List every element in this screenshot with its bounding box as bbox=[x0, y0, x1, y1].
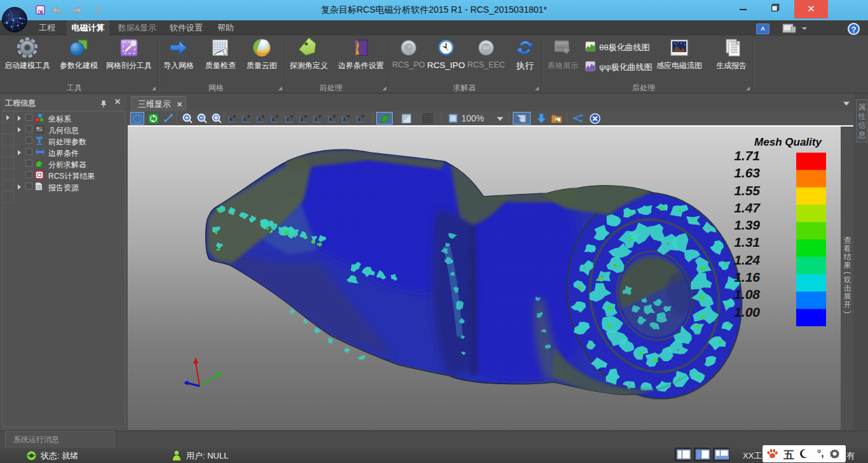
svg-text:z: z bbox=[315, 116, 317, 122]
svg-text:z: z bbox=[243, 116, 246, 122]
svg-text:x: x bbox=[258, 116, 261, 122]
svg-text:x: x bbox=[276, 113, 279, 119]
svg-text:z: z bbox=[287, 116, 289, 122]
svg-text:v: v bbox=[362, 113, 365, 119]
svg-text:z: z bbox=[301, 116, 303, 122]
svg-text:z: z bbox=[343, 116, 346, 122]
svg-text:z: z bbox=[233, 113, 236, 119]
svg-text:x: x bbox=[333, 113, 336, 119]
svg-text:v: v bbox=[290, 113, 294, 119]
svg-text:z: z bbox=[262, 113, 264, 119]
svg-text:v: v bbox=[318, 113, 322, 119]
svg-text:v: v bbox=[347, 113, 350, 119]
svg-text:x: x bbox=[247, 113, 250, 119]
svg-text:z: z bbox=[358, 116, 360, 122]
svg-text:x: x bbox=[229, 116, 233, 122]
svg-text:x: x bbox=[304, 113, 308, 119]
svg-text:v: v bbox=[329, 116, 332, 122]
svg-text:z: z bbox=[272, 116, 275, 122]
